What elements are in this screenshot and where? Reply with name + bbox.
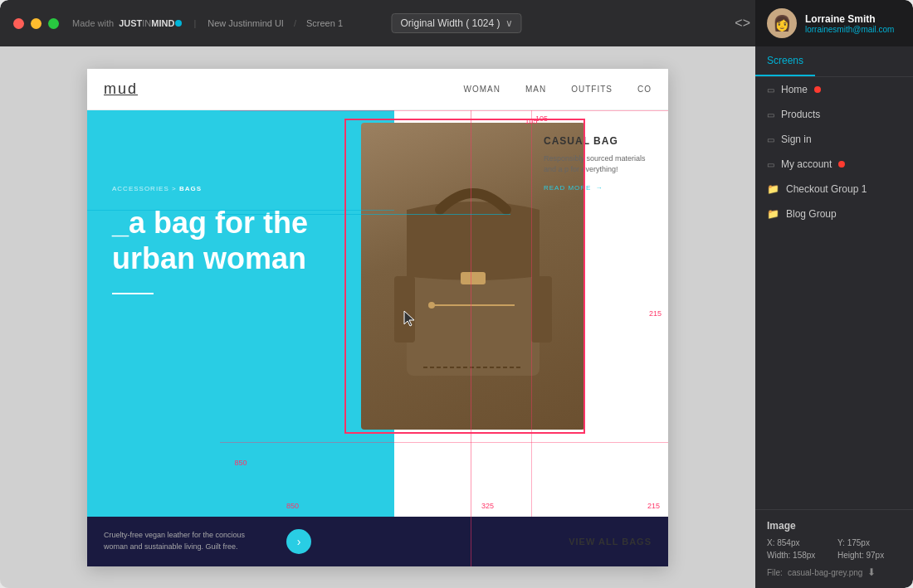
proto-hero: ACCESSORIES > BAGS _a bag for the urban … bbox=[87, 110, 668, 517]
maximize-button[interactable] bbox=[48, 18, 59, 29]
tab-screens[interactable]: Screens bbox=[755, 46, 815, 76]
brand-made-with: Made with bbox=[72, 18, 114, 28]
screen-signin-label: Sign in bbox=[781, 134, 812, 145]
width-selector[interactable]: Original Width ( 1024 ) ∨ bbox=[391, 13, 521, 33]
bottom-text: Cruelty-free vegan leather for the conci… bbox=[104, 530, 270, 552]
screen-item-myaccount[interactable]: ▭ My account bbox=[755, 152, 913, 177]
screen-item-products[interactable]: ▭ Products bbox=[755, 102, 913, 127]
breadcrumb-project: New Justinmind UI bbox=[208, 18, 284, 28]
width-label: Original Width ( 1024 ) bbox=[400, 17, 500, 29]
file-info: File: casual-bag-grey.png ⬇ bbox=[767, 566, 901, 578]
user-email: lorrainesmith@mail.com bbox=[805, 25, 894, 34]
brand-name: JUSTINMIND bbox=[119, 18, 182, 28]
hero-title: _a bag for the urban woman bbox=[112, 205, 369, 276]
product-info: CASUAL BAG Responsibly sourced materials… bbox=[544, 135, 660, 192]
screen-home-label: Home bbox=[781, 84, 808, 95]
screen-home-dot bbox=[814, 86, 821, 93]
bottom-next-button[interactable]: › bbox=[286, 529, 311, 554]
read-more[interactable]: READ MORE → bbox=[544, 184, 660, 192]
titlebar: Made with JUSTINMIND | New Justinmind UI… bbox=[0, 0, 913, 46]
sidebar-screens: ▭ Home ▭ Products ▭ Sign in ▭ My ac bbox=[755, 77, 913, 509]
screen-item-checkout[interactable]: 📁 Checkout Group 1 bbox=[755, 177, 913, 202]
code-icon[interactable]: <> bbox=[735, 16, 750, 31]
folder-checkout-icon: 📁 bbox=[767, 183, 779, 195]
avatar: 👩 bbox=[767, 8, 797, 38]
svg-rect-2 bbox=[394, 276, 415, 343]
measure-850-label: 850 bbox=[286, 502, 299, 510]
read-more-text: READ MORE bbox=[544, 184, 591, 192]
panel-title: Image bbox=[767, 520, 901, 532]
hero-breadcrumb: ACCESSORIES > BAGS bbox=[112, 185, 369, 192]
prop-y: Y: 175px bbox=[837, 538, 901, 547]
hero-left: ACCESSORIES > BAGS _a bag for the urban … bbox=[87, 110, 394, 517]
nav-woman[interactable]: WOMAN bbox=[464, 85, 500, 94]
download-icon[interactable]: ⬇ bbox=[867, 566, 876, 578]
proto-bottom: Cruelty-free vegan leather for the conci… bbox=[87, 517, 668, 566]
app-window: Made with JUSTINMIND | New Justinmind UI… bbox=[0, 0, 913, 588]
screen-checkout-label: Checkout Group 1 bbox=[786, 183, 867, 195]
file-name: casual-bag-grey.png bbox=[788, 568, 862, 577]
bag-svg bbox=[382, 143, 564, 409]
svg-point-6 bbox=[428, 302, 435, 309]
sidebar: Screens ▭ Home ▭ Products ▭ bbox=[755, 46, 913, 588]
folder-blog-icon: 📁 bbox=[767, 208, 779, 220]
measure-215-label: 215 bbox=[647, 502, 660, 510]
window-controls bbox=[13, 18, 59, 29]
hero-underline bbox=[112, 293, 154, 294]
breadcrumb-bags: BAGS bbox=[179, 185, 202, 192]
props-grid: X: 854px Y: 175px Width: 158px Height: 9… bbox=[767, 538, 901, 560]
nav-outfits[interactable]: OUTFITS bbox=[571, 85, 613, 94]
measure-850: 850 bbox=[234, 459, 247, 467]
close-button[interactable] bbox=[13, 18, 24, 29]
hero-right: CASUAL BAG Responsibly sourced materials… bbox=[394, 110, 668, 517]
svg-rect-1 bbox=[461, 272, 486, 284]
measure-105-label: 105 bbox=[535, 114, 548, 123]
measure-215: 215 bbox=[649, 309, 662, 318]
proto-nav-links: WOMAN MAN OUTFITS CO bbox=[464, 85, 652, 94]
image-panel: Image X: 854px Y: 175px Width: 158px Hei… bbox=[755, 509, 913, 588]
svg-rect-3 bbox=[531, 276, 552, 343]
brand-logo: Made with JUSTINMIND | New Justinmind UI… bbox=[72, 18, 343, 28]
screen-item-blog[interactable]: 📁 Blog Group bbox=[755, 202, 913, 226]
breadcrumb-screen: Screen 1 bbox=[306, 18, 343, 28]
screen-myaccount-label: My account bbox=[781, 158, 832, 170]
screen-products-label: Products bbox=[781, 109, 820, 120]
sidebar-tabs: Screens bbox=[755, 46, 913, 77]
main-content: mud WOMAN MAN OUTFITS CO ACCESSORIES > B… bbox=[0, 46, 913, 588]
prop-height: Height: 97px bbox=[837, 551, 901, 560]
product-name: CASUAL BAG bbox=[544, 135, 660, 147]
screen-home-icon: ▭ bbox=[767, 85, 774, 95]
measure-325-label: 325 bbox=[481, 502, 494, 510]
screen-myaccount-dot bbox=[838, 161, 845, 168]
view-all[interactable]: VIEW ALL BAGS bbox=[569, 537, 652, 547]
user-name: Lorraine Smith bbox=[805, 13, 894, 25]
proto-logo: mud bbox=[104, 80, 138, 98]
file-label: File: bbox=[767, 568, 783, 577]
screen-products-icon: ▭ bbox=[767, 110, 774, 119]
product-desc: Responsibly sourced materials and a p fo… bbox=[544, 153, 660, 176]
prop-width: Width: 158px bbox=[767, 551, 831, 560]
tab-screens-label: Screens bbox=[767, 55, 803, 66]
screen-signin-icon: ▭ bbox=[767, 135, 774, 144]
prop-x: X: 854px bbox=[767, 538, 831, 547]
minimize-button[interactable] bbox=[31, 18, 42, 29]
arrow-right-icon: → bbox=[595, 184, 603, 192]
screen-myaccount-icon: ▭ bbox=[767, 160, 774, 169]
user-info: Lorraine Smith lorrainesmith@mail.com bbox=[805, 13, 894, 34]
nav-man[interactable]: MAN bbox=[525, 85, 546, 94]
canvas-area[interactable]: mud WOMAN MAN OUTFITS CO ACCESSORIES > B… bbox=[0, 46, 755, 588]
screen-item-home[interactable]: ▭ Home bbox=[755, 77, 913, 102]
chevron-down-icon: ∨ bbox=[505, 17, 513, 29]
screen-blog-label: Blog Group bbox=[786, 208, 837, 220]
proto-nav: mud WOMAN MAN OUTFITS CO bbox=[87, 69, 668, 110]
titlebar-center: Original Width ( 1024 ) ∨ bbox=[391, 13, 521, 33]
screen-item-signin[interactable]: ▭ Sign in bbox=[755, 127, 913, 152]
user-profile: 👩 Lorraine Smith lorrainesmith@mail.com bbox=[755, 0, 913, 46]
nav-co[interactable]: CO bbox=[637, 85, 652, 94]
prototype-preview: mud WOMAN MAN OUTFITS CO ACCESSORIES > B… bbox=[87, 69, 668, 566]
